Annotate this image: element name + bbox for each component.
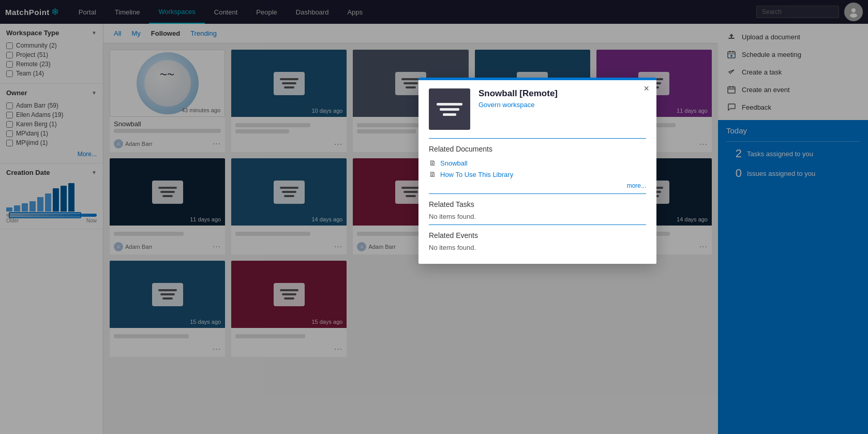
modal-title-text: Snowball [Remote] Govern workspace (478, 88, 558, 109)
modal-close-button[interactable]: × (643, 84, 649, 93)
related-tasks-title: Related Tasks (429, 200, 646, 208)
modal-title-row: Snowball [Remote] Govern workspace (429, 88, 646, 130)
related-events-empty: No items found. (429, 244, 646, 251)
related-tasks-section: Related Tasks No items found. (429, 193, 646, 225)
doc-item-library[interactable]: 🗎 How To Use This Library (429, 169, 646, 180)
related-documents-section: Related Documents 🗎 Snowball 🗎 How To Us… (429, 138, 646, 193)
related-events-section: Related Events No items found. (429, 225, 646, 256)
workspace-detail-modal: × Snowball [Remote] Govern workspace Rel… (418, 78, 656, 264)
doc-link-snowball[interactable]: Snowball (440, 159, 468, 167)
related-docs-more-link[interactable]: more... (429, 182, 646, 189)
modal-icon-line (437, 103, 462, 106)
modal-govern-link[interactable]: Govern workspace (478, 101, 534, 109)
modal-icon-line (443, 113, 456, 116)
modal-icon-line (440, 108, 459, 111)
related-documents-title: Related Documents (429, 145, 646, 153)
doc-item-snowball[interactable]: 🗎 Snowball (429, 157, 646, 169)
related-tasks-empty: No items found. (429, 213, 646, 220)
modal-overlay[interactable]: × Snowball [Remote] Govern workspace Rel… (0, 0, 868, 434)
related-events-title: Related Events (429, 231, 646, 240)
document-icon: 🗎 (429, 170, 436, 178)
modal-workspace-icon (429, 88, 470, 130)
document-icon: 🗎 (429, 159, 436, 167)
modal-workspace-title: Snowball [Remote] (478, 88, 558, 99)
doc-link-library[interactable]: How To Use This Library (440, 171, 513, 178)
modal-body: × Snowball [Remote] Govern workspace Rel… (418, 80, 656, 264)
